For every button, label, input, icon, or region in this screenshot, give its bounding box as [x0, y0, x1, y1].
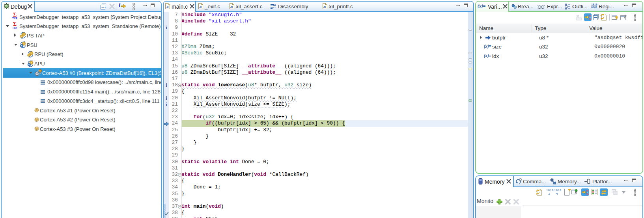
svg-text:.c: .c	[199, 5, 202, 9]
svg-text:.c: .c	[230, 5, 233, 9]
svg-text:.c: .c	[166, 5, 169, 9]
svg-text:.c: .c	[323, 5, 326, 9]
